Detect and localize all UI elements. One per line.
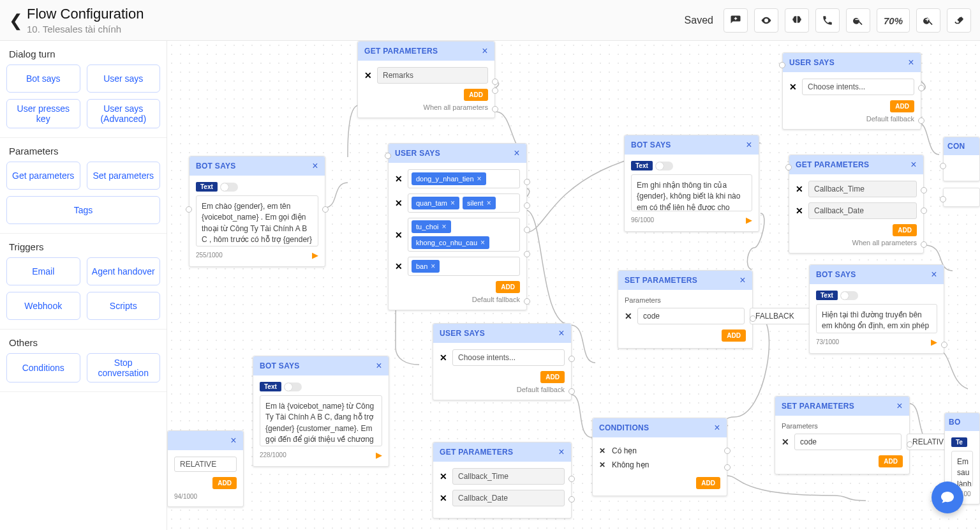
close-icon[interactable]: ×	[896, 401, 903, 411]
param-field[interactable]: RELATIVE	[174, 457, 237, 472]
btn-set-parameters[interactable]: Set parameters	[87, 162, 161, 190]
bot-message-text[interactable]: Hiện tại thì đường truyền bên em không ổ…	[816, 304, 937, 333]
node-set-params-fallback[interactable]: SET PARAMETERS × Parameters ✕ ADD	[618, 270, 753, 349]
add-button[interactable]: ADD	[696, 477, 720, 489]
close-icon[interactable]: ×	[312, 161, 318, 171]
toggle-icon[interactable]	[840, 291, 858, 300]
zoom-out-icon[interactable]	[846, 8, 870, 33]
intent-tag[interactable]: khong_co_nhu_cau×	[412, 236, 489, 249]
node-bot-says-2[interactable]: BOT SAYS × Text Em là {voicebot_name} từ…	[253, 356, 389, 467]
param-field-remarks[interactable]: Remarks	[377, 67, 488, 84]
node-user-says-intents[interactable]: USER SAYS × ✕ dong_y_nhan_tien× ✕ quan_t…	[388, 143, 527, 310]
param-field[interactable]: Callback_Date	[452, 490, 565, 506]
bot-message-text[interactable]: Em chào {gender}, em tên {voicebot_name}…	[196, 195, 318, 246]
close-icon[interactable]: ×	[739, 275, 746, 285]
intent-tag[interactable]: tu_choi×	[412, 220, 451, 233]
condition-item[interactable]: Không hẹn	[612, 460, 649, 469]
btn-user-presses-key[interactable]: User presses key	[6, 99, 80, 128]
add-button[interactable]: ADD	[722, 329, 746, 342]
toggle-icon[interactable]	[655, 162, 673, 170]
remove-tag-icon[interactable]: ×	[450, 199, 455, 208]
brain-icon[interactable]	[785, 8, 809, 33]
param-key-input[interactable]	[794, 434, 902, 450]
btn-stop-conversation[interactable]: Stop conversation	[87, 353, 161, 382]
close-icon[interactable]: ×	[714, 423, 720, 433]
close-icon[interactable]: ×	[376, 361, 382, 371]
add-button[interactable]: ADD	[212, 477, 237, 489]
play-icon[interactable]: ▶	[312, 250, 318, 260]
node-bot-says-right1[interactable]: BOT SAYS × Text Em ghi nhận thông tin củ…	[624, 135, 759, 232]
node-user-says-choose[interactable]: USER SAYS × ✕ Choose intents... ADD Defa…	[433, 323, 572, 400]
node-partial-left[interactable]: × RELATIVE ADD 94/1000	[167, 430, 244, 507]
remove-row-icon[interactable]: ✕	[395, 198, 403, 208]
close-icon[interactable]: ×	[910, 160, 917, 170]
remove-tag-icon[interactable]: ×	[442, 222, 446, 231]
close-icon[interactable]: ×	[908, 57, 914, 68]
btn-get-parameters[interactable]: Get parameters	[6, 162, 80, 190]
param-key-input[interactable]	[637, 308, 745, 324]
toggle-icon[interactable]	[220, 183, 238, 192]
flow-canvas[interactable]: GET PARAMETERS × ✕ Remarks ADD When all …	[167, 41, 980, 530]
condition-item[interactable]: Có hẹn	[612, 446, 637, 455]
node-get-params-callback-right[interactable]: GET PARAMETERS × ✕ Callback_Time ✕ Callb…	[789, 155, 924, 254]
remove-field-icon[interactable]: ✕	[440, 471, 447, 481]
intent-row[interactable]: dong_y_nhan_tien×	[408, 169, 520, 188]
add-button[interactable]: ADD	[890, 100, 914, 112]
play-icon[interactable]: ▶	[376, 450, 382, 460]
intent-tag[interactable]: quan_tam×	[412, 197, 459, 209]
remove-tag-icon[interactable]: ×	[431, 262, 435, 271]
remove-row-icon[interactable]: ✕	[395, 174, 403, 184]
intent-row[interactable]: tu_choi× khong_co_nhu_cau×	[408, 218, 520, 252]
remove-tag-icon[interactable]: ×	[480, 238, 485, 247]
node-bot-says-right2[interactable]: BOT SAYS × Text Hiện tại thì đường truyề…	[809, 264, 944, 354]
close-icon[interactable]: ×	[746, 140, 752, 150]
intent-row[interactable]: ban×	[408, 257, 520, 276]
remove-field-icon[interactable]: ✕	[796, 206, 803, 216]
node-user-says-top-right[interactable]: USER SAYS × ✕ Choose intents... ADD Defa…	[782, 52, 921, 130]
close-icon[interactable]: ×	[558, 447, 565, 457]
play-icon[interactable]: ▶	[746, 215, 752, 225]
chat-fab-icon[interactable]	[932, 481, 963, 513]
remove-row-icon[interactable]: ✕	[395, 230, 403, 240]
btn-webhook[interactable]: Webhook	[6, 292, 80, 320]
remove-field-icon[interactable]: ✕	[796, 184, 803, 194]
phone-icon[interactable]	[815, 8, 840, 33]
remove-tag-icon[interactable]: ×	[477, 174, 482, 183]
param-field[interactable]: Callback_Date	[808, 202, 917, 219]
add-button[interactable]: ADD	[496, 281, 520, 293]
btn-email[interactable]: Email	[6, 257, 80, 285]
eye-icon[interactable]	[754, 8, 778, 33]
intent-row[interactable]: quan_tam× silent×	[408, 193, 520, 213]
close-icon[interactable]: ×	[931, 269, 937, 280]
remove-row-icon[interactable]: ✕	[782, 437, 789, 447]
add-button[interactable]: ADD	[540, 371, 565, 383]
btn-tags[interactable]: Tags	[6, 196, 160, 224]
remove-item-icon[interactable]: ✕	[599, 446, 605, 455]
remove-item-icon[interactable]: ✕	[599, 460, 605, 469]
remove-row-icon[interactable]: ✕	[395, 261, 403, 271]
close-icon[interactable]: ×	[558, 328, 565, 338]
add-button[interactable]: ADD	[879, 455, 903, 467]
choose-intents-input[interactable]: Choose intents...	[452, 349, 565, 366]
node-set-params-relative[interactable]: SET PARAMETERS × Parameters ✕ ADD	[775, 396, 910, 474]
intent-tag[interactable]: silent×	[463, 197, 496, 209]
close-icon[interactable]: ×	[230, 435, 237, 446]
btn-bot-says[interactable]: Bot says	[6, 64, 80, 93]
bot-message-text[interactable]: Em ghi nhận thông tin của {gender}, khôn…	[631, 174, 752, 211]
comment-add-icon[interactable]	[724, 8, 748, 33]
add-button[interactable]: ADD	[464, 89, 488, 101]
close-icon[interactable]: ×	[514, 148, 520, 158]
node-partial-right-a[interactable]	[943, 188, 980, 207]
node-partial-con[interactable]: CON	[943, 137, 980, 181]
toggle-icon[interactable]	[284, 382, 302, 391]
btn-user-says-advanced[interactable]: User says (Advanced)	[87, 99, 161, 128]
remove-tag-icon[interactable]: ×	[487, 199, 491, 208]
play-icon[interactable]: ▶	[931, 337, 937, 347]
node-conditions[interactable]: CONDITIONS × ✕Có hẹn ✕Không hẹn ADD	[592, 418, 727, 496]
btn-conditions[interactable]: Conditions	[6, 353, 80, 382]
zoom-in-icon[interactable]	[916, 8, 940, 33]
close-icon[interactable]: ×	[482, 46, 488, 56]
param-field[interactable]: Callback_Time	[808, 181, 917, 197]
bot-message-text[interactable]: Em là {voicebot_name} từ Công Ty Tài Chí…	[260, 395, 382, 446]
add-button[interactable]: ADD	[893, 224, 917, 236]
